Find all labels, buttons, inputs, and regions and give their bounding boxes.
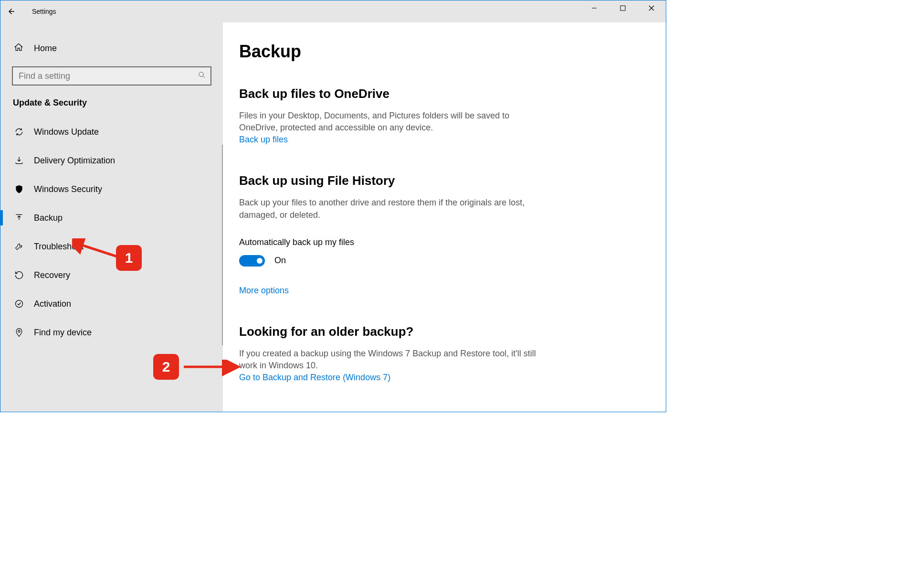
sidebar-item-activation[interactable]: Activation xyxy=(0,289,223,318)
recovery-icon xyxy=(14,270,24,280)
sidebar-item-label: Windows Security xyxy=(34,184,102,194)
sidebar-section-title: Update & Security xyxy=(13,98,223,108)
sidebar-item-label: Windows Update xyxy=(34,127,99,137)
sync-icon xyxy=(14,127,24,137)
section-description: If you created a backup using the Window… xyxy=(239,348,545,372)
toggle-label: Automatically back up my files xyxy=(239,237,647,247)
sidebar-item-label: Activation xyxy=(34,299,71,309)
backup-files-link[interactable]: Back up files xyxy=(239,135,288,145)
svg-rect-1 xyxy=(620,6,625,11)
maximize-button[interactable] xyxy=(609,0,637,16)
titlebar: Settings xyxy=(0,0,666,22)
more-options-link[interactable]: More options xyxy=(239,286,289,296)
back-button[interactable] xyxy=(0,0,22,22)
sidebar-item-delivery-optimization[interactable]: Delivery Optimization xyxy=(0,146,223,175)
section-description: Files in your Desktop, Documents, and Pi… xyxy=(239,110,545,134)
sidebar-item-label: Delivery Optimization xyxy=(34,156,115,166)
page-title: Backup xyxy=(239,42,647,62)
sidebar-item-label: Recovery xyxy=(34,270,70,280)
search-icon xyxy=(198,71,206,81)
sidebar-scrollbar[interactable] xyxy=(222,145,223,345)
svg-point-7 xyxy=(18,330,20,332)
backup-icon xyxy=(14,213,24,223)
home-icon xyxy=(14,43,24,54)
sidebar-item-label: Backup xyxy=(34,213,63,223)
search-input[interactable] xyxy=(12,66,211,85)
svg-line-9 xyxy=(79,244,120,257)
section-file-history: Back up using File History Back up your … xyxy=(239,173,647,295)
sidebar-item-windows-security[interactable]: Windows Security xyxy=(0,175,223,203)
auto-backup-toggle[interactable] xyxy=(239,255,265,267)
sidebar-item-backup[interactable]: Backup xyxy=(0,203,223,232)
section-heading: Back up using File History xyxy=(239,173,647,188)
check-circle-icon xyxy=(14,299,24,309)
close-button[interactable] xyxy=(637,0,666,16)
download-icon xyxy=(14,156,24,165)
section-description: Back up your files to another drive and … xyxy=(239,197,545,221)
sidebar: Home Update & Security Windows Update De… xyxy=(0,22,223,412)
shield-icon xyxy=(14,184,24,194)
location-icon xyxy=(14,328,24,337)
window-title: Settings xyxy=(32,8,56,15)
search-field[interactable] xyxy=(19,71,198,81)
svg-point-6 xyxy=(16,300,23,308)
annotation-badge-2: 2 xyxy=(153,354,179,380)
annotation-badge-1: 1 xyxy=(116,245,142,271)
svg-point-4 xyxy=(199,72,203,76)
toggle-state: On xyxy=(274,256,286,266)
sidebar-item-windows-update[interactable]: Windows Update xyxy=(0,118,223,146)
section-heading: Looking for an older backup? xyxy=(239,324,647,339)
sidebar-item-home[interactable]: Home xyxy=(0,37,223,60)
main-panel: Backup Back up files to OneDrive Files i… xyxy=(223,22,666,412)
section-older-backup: Looking for an older backup? If you crea… xyxy=(239,324,647,383)
sidebar-item-label: Find my device xyxy=(34,328,92,338)
wrench-icon xyxy=(14,242,24,251)
svg-line-5 xyxy=(203,76,205,78)
sidebar-item-find-my-device[interactable]: Find my device xyxy=(0,318,223,347)
minimize-button[interactable] xyxy=(580,0,609,16)
section-heading: Back up files to OneDrive xyxy=(239,86,647,101)
section-onedrive: Back up files to OneDrive Files in your … xyxy=(239,86,647,145)
sidebar-item-label: Home xyxy=(34,43,57,53)
